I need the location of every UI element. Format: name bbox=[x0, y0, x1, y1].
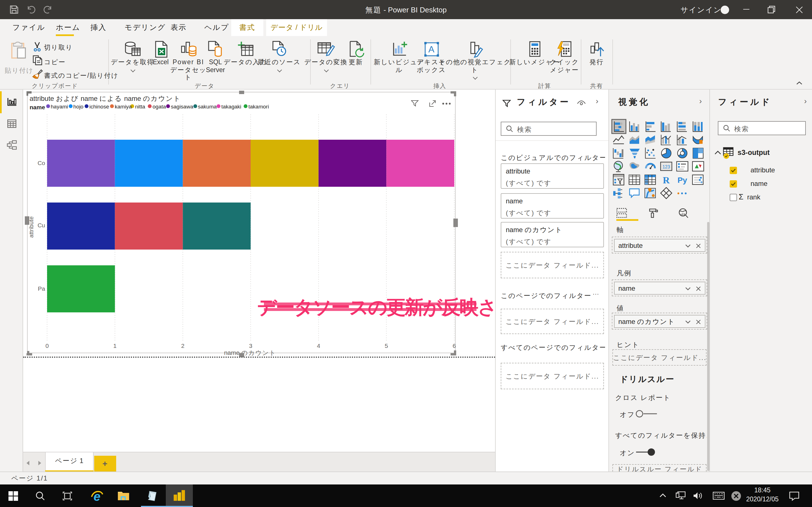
svg-text:nitta: nitta bbox=[135, 103, 145, 109]
svg-text:5: 5 bbox=[385, 342, 388, 349]
svg-text:takagaki: takagaki bbox=[221, 103, 241, 109]
svg-text:1: 1 bbox=[113, 342, 116, 349]
svg-text:hayami: hayami bbox=[50, 103, 68, 109]
svg-text:Co: Co bbox=[37, 159, 45, 166]
svg-text:ichinose: ichinose bbox=[89, 103, 109, 109]
svg-text:123: 123 bbox=[663, 165, 670, 169]
svg-text:Pa: Pa bbox=[38, 285, 45, 291]
svg-text:Cu: Cu bbox=[37, 222, 45, 228]
svg-text:ogata: ogata bbox=[152, 103, 166, 109]
svg-text:sagisawa: sagisawa bbox=[170, 103, 193, 109]
svg-text:sakuma: sakuma bbox=[198, 103, 216, 109]
svg-text:6: 6 bbox=[452, 342, 456, 349]
svg-text:R: R bbox=[663, 175, 670, 185]
svg-text:2: 2 bbox=[181, 342, 185, 349]
svg-text:4: 4 bbox=[317, 342, 320, 349]
svg-text:kamiya: kamiya bbox=[114, 103, 132, 109]
svg-text:3: 3 bbox=[249, 342, 252, 349]
svg-text:hojo: hojo bbox=[73, 103, 83, 109]
svg-text:0: 0 bbox=[45, 342, 49, 349]
svg-text:A: A bbox=[428, 44, 435, 54]
svg-text:takamori: takamori bbox=[248, 103, 269, 109]
svg-text:Py: Py bbox=[677, 176, 688, 184]
